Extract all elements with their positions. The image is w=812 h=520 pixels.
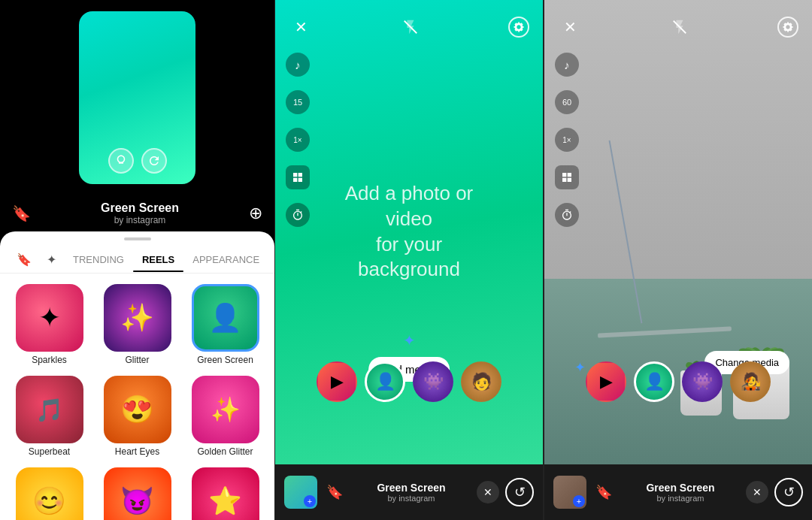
music-icon: ♪ xyxy=(295,59,301,71)
music-icon-3: ♪ xyxy=(564,59,570,71)
effect-preview-area xyxy=(0,0,274,195)
effect-thumb-emoji2: 😈 xyxy=(104,467,171,520)
close-effect-button[interactable]: ✕ xyxy=(477,481,499,503)
effect-star[interactable]: ⭐ xyxy=(182,463,268,520)
flash-off-icon[interactable] xyxy=(398,15,423,39)
countdown-control[interactable] xyxy=(286,203,310,227)
effect-thumb-superbeat: 🎵 xyxy=(16,376,83,443)
bottom-effect-title-3: Green Screen xyxy=(621,482,740,494)
timer-value-3: 60 xyxy=(562,98,571,107)
plus-badge-3: + xyxy=(573,495,585,507)
camera-left-controls-3: ♪ 60 1× xyxy=(555,53,579,227)
layout-control[interactable] xyxy=(286,165,310,189)
close-button-3[interactable]: ✕ xyxy=(558,15,582,39)
effect-emoji1[interactable]: 😊 xyxy=(6,463,92,520)
effect-sparkles[interactable]: ✦ Sparkles xyxy=(6,280,92,370)
bottom-bar-panel2: + 🔖 Green Screen by instagram ✕ ↺ xyxy=(275,464,543,520)
sheet-handle xyxy=(124,237,151,240)
camera-flip-preview-icon[interactable] xyxy=(108,148,134,174)
strip-greenscreen[interactable]: 👤 xyxy=(365,361,405,402)
effect-goldenglitter[interactable]: ✨ Golden Glitter xyxy=(182,371,268,461)
tab-trending[interactable]: TRENDING xyxy=(64,248,133,271)
add-background-text: Add a photo or video for your background xyxy=(342,181,476,283)
strip-effect-purple[interactable]: 👾 xyxy=(413,361,453,402)
tab-reels[interactable]: REELS xyxy=(133,248,183,271)
flip-camera-button-3[interactable]: ↺ xyxy=(774,478,803,506)
strip-effect-face[interactable]: 🧑 xyxy=(461,361,501,402)
countdown-control-3[interactable] xyxy=(555,203,579,227)
timer-value: 15 xyxy=(293,98,302,107)
close-button[interactable]: ✕ xyxy=(289,15,313,39)
refresh-preview-icon[interactable] xyxy=(141,148,167,174)
camera-panel-empty: ✕ ♪ 15 1× xyxy=(274,0,544,520)
settings-icon[interactable] xyxy=(508,17,529,38)
bottom-title-block-3: Green Screen by instagram xyxy=(621,482,740,503)
camera-screen-photo: ✕ ♪ 60 1× xyxy=(544,0,812,464)
plus-badge: + xyxy=(304,495,316,507)
bottom-effect-sub: by instagram xyxy=(352,494,471,503)
face-strip-icon-3: 🧑‍🎤 xyxy=(741,372,761,392)
effect-label-sparkles: Sparkles xyxy=(32,355,67,365)
effect-thumb-goldenglitter: ✨ xyxy=(192,376,259,443)
strip-reels-3[interactable]: ▶ xyxy=(586,361,626,402)
speed-control[interactable]: 1× xyxy=(286,128,310,152)
bookmark-bottom-icon[interactable]: 🔖 xyxy=(323,484,346,500)
strip-effect-face-3[interactable]: 🧑‍🎤 xyxy=(730,361,771,402)
effect-glitter[interactable]: ✨ Glitter xyxy=(94,280,180,370)
camera-top-bar-3: ✕ xyxy=(544,0,812,47)
bottom-bar-panel3: + 🔖 Green Screen by instagram ✕ ↺ xyxy=(544,464,812,520)
purple-strip-icon-3: 👾 xyxy=(692,372,713,392)
effect-emoji2[interactable]: 😈 xyxy=(94,463,180,520)
effect-subtitle: by instagram xyxy=(101,215,179,225)
strip-effect-purple-3[interactable]: 👾 xyxy=(682,361,723,402)
effects-bottom-sheet: 🔖 ✦ TRENDING REELS APPEARANCE ✦ Sparkles… xyxy=(0,231,274,520)
close-effect-button-3[interactable]: ✕ xyxy=(746,481,768,503)
tab-appearance[interactable]: APPEARANCE xyxy=(183,248,268,271)
add-effect-icon[interactable]: ⊕ xyxy=(249,204,262,223)
effect-label-goldenglitter: Golden Glitter xyxy=(197,446,253,457)
bookmark-tab-icon[interactable]: 🔖 xyxy=(9,246,39,273)
flash-off-icon-3[interactable] xyxy=(668,15,692,39)
gallery-thumbnail-3[interactable]: + xyxy=(553,476,586,509)
effect-name-block: Green Screen by instagram xyxy=(101,201,179,225)
flip-camera-button[interactable]: ↺ xyxy=(505,478,534,506)
preview-card xyxy=(79,11,195,184)
reels-strip-icon: ▶ xyxy=(331,372,344,392)
bookmark-icon[interactable]: 🔖 xyxy=(12,204,31,222)
effects-strip-panel3: ▶ 👤 👾 🧑‍🎤 xyxy=(544,355,812,409)
effect-thumb-star: ⭐ xyxy=(192,467,259,520)
greenscreen-strip-icon: 👤 xyxy=(375,372,395,392)
speed-value: 1× xyxy=(293,136,301,144)
effect-hearteyes[interactable]: 😍 Heart Eyes xyxy=(94,371,180,461)
strip-greenscreen-3[interactable]: 👤 xyxy=(634,361,674,402)
timer-control-3[interactable]: 60 xyxy=(555,90,579,114)
add-media-plus-icon: ✦ xyxy=(403,331,416,349)
add-background-prompt: Add a photo or video for your background xyxy=(342,181,476,283)
effect-thumb-sparkles: ✦ xyxy=(16,284,83,352)
timer-control[interactable]: 15 xyxy=(286,90,310,114)
sparkle-tab-icon[interactable]: ✦ xyxy=(39,246,64,273)
music-control-3[interactable]: ♪ xyxy=(555,53,579,77)
effect-thumb-greenscreen: 👤 xyxy=(192,284,259,352)
gallery-thumbnail[interactable]: + xyxy=(284,476,317,509)
bookmark-bottom-icon-3[interactable]: 🔖 xyxy=(592,484,615,500)
speed-control-3[interactable]: 1× xyxy=(555,128,579,152)
purple-strip-icon: 👾 xyxy=(423,372,444,392)
effect-thumb-emoji1: 😊 xyxy=(16,467,83,520)
layout-control-3[interactable] xyxy=(555,165,579,189)
camera-left-controls: ♪ 15 1× xyxy=(286,53,310,227)
effect-label-hearteyes: Heart Eyes xyxy=(115,446,159,457)
effect-greenscreen[interactable]: 👤 Green Screen xyxy=(182,280,268,370)
greenscreen-strip-icon-3: 👤 xyxy=(644,372,665,392)
effect-thumb-glitter: ✨ xyxy=(104,284,171,352)
effects-grid: ✦ Sparkles ✨ Glitter 👤 Green Screen 🎵 xyxy=(0,274,274,520)
camera-panel-photo: ✕ ♪ 60 1× xyxy=(544,0,812,520)
effects-tabs: 🔖 ✦ TRENDING REELS APPEARANCE xyxy=(0,243,274,274)
effect-label-greenscreen: Green Screen xyxy=(197,355,253,365)
settings-icon-3[interactable] xyxy=(777,17,798,38)
music-control[interactable]: ♪ xyxy=(286,53,310,77)
effect-superbeat[interactable]: 🎵 Superbeat xyxy=(6,371,92,461)
effects-strip-panel2: ▶ 👤 👾 🧑 xyxy=(275,355,543,409)
camera-screen-green: ✕ ♪ 15 1× xyxy=(275,0,543,464)
strip-reels[interactable]: ▶ xyxy=(317,361,357,402)
